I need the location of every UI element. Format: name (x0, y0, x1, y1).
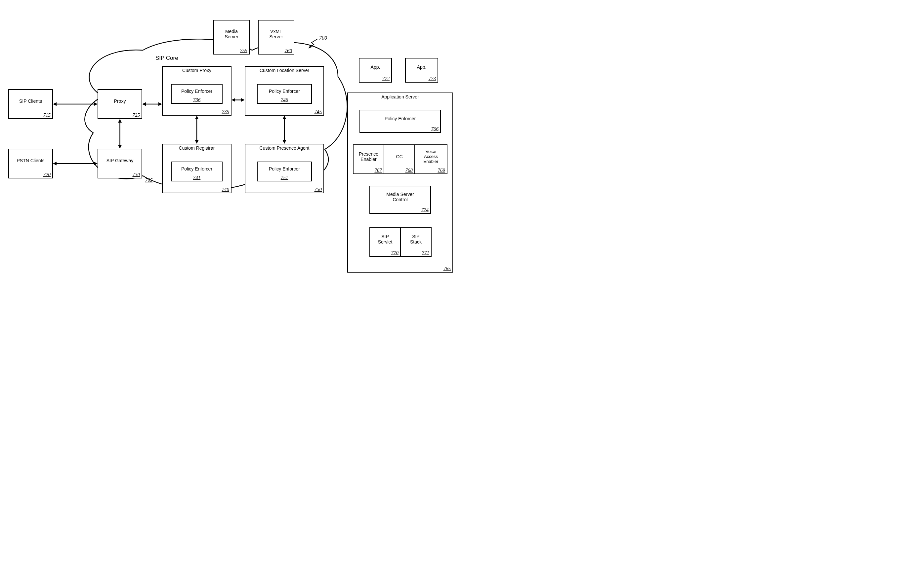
app-pe-ref: 766 (431, 126, 439, 132)
custom-registrar-ref: 740 (222, 186, 230, 192)
media-server-control-label: Media Server Control (386, 191, 414, 202)
arrow-proxy-customproxy (142, 102, 162, 107)
sip-gateway-ref: 730 (133, 172, 140, 177)
custom-location-ref: 745 (315, 109, 322, 114)
voice-access-ref: 769 (438, 167, 446, 173)
sip-servlet-ref: 770 (391, 250, 399, 256)
svg-marker-20 (283, 116, 286, 119)
app-server-ref: 765 (444, 266, 451, 271)
custom-registrar-pe-ref: 741 (172, 175, 222, 180)
proxy-ref: 725 (133, 112, 140, 118)
arrow-customproxy-customlocation (231, 97, 245, 102)
sip-core-ref: 705 (145, 177, 153, 183)
arrow-pstn-gateway (53, 161, 98, 166)
pstn-clients-box: PSTN Clients 720 (8, 149, 53, 178)
media-server-box: Media Server 755 (213, 20, 250, 54)
media-server-ref: 755 (240, 48, 248, 53)
svg-marker-0 (309, 45, 312, 48)
custom-presence-pe-ref: 751 (258, 175, 311, 180)
svg-marker-12 (241, 98, 245, 102)
custom-proxy-box: Custom Proxy 735 Policy Enforcer 736 (162, 66, 231, 116)
custom-presence-box: Custom Presence Agent 750 Policy Enforce… (245, 144, 324, 193)
app-server-label: Application Server (381, 94, 419, 99)
svg-marker-3 (94, 102, 98, 106)
app2-box: App. 773 (405, 58, 438, 82)
sip-servlet-box: SIP Servlet 770 (369, 227, 401, 257)
custom-presence-pe-box: Policy Enforcer 751 (257, 162, 312, 181)
app1-ref: 772 (382, 76, 390, 81)
proxy-box: Proxy 725 (98, 89, 142, 119)
presence-enabler-label: Presence Enabler (359, 151, 378, 162)
custom-presence-pe-label: Policy Enforcer (269, 166, 300, 172)
proxy-label: Proxy (114, 99, 126, 104)
cc-ref: 768 (405, 167, 413, 173)
custom-proxy-pe-ref: 736 (172, 97, 222, 102)
sip-clients-ref: 715 (44, 112, 51, 118)
sip-gateway-box: SIP Gateway 730 (98, 149, 142, 178)
vxml-server-ref: 760 (285, 48, 292, 53)
sip-stack-label: SIP Stack (410, 234, 422, 244)
svg-marker-11 (231, 98, 235, 102)
custom-proxy-ref: 735 (222, 109, 230, 114)
app2-label: App. (417, 64, 427, 70)
media-server-label: Media Server (225, 29, 238, 39)
app-pe-label: Policy Enforcer (385, 116, 416, 121)
app-pe-box: Policy Enforcer 766 (360, 110, 441, 133)
custom-location-pe-box: Policy Enforcer 746 (257, 84, 312, 104)
custom-proxy-label: Custom Proxy (182, 68, 212, 73)
presence-enabler-ref: 767 (375, 167, 382, 173)
arrow-sipclients-proxy (53, 102, 98, 107)
sip-stack-ref: 771 (422, 250, 430, 256)
custom-presence-label: Custom Presence Agent (260, 145, 309, 151)
app1-label: App. (371, 64, 380, 70)
arrow-customproxy-customregistrar (195, 116, 200, 144)
vxml-server-box: VxML Server 760 (258, 20, 294, 54)
svg-marker-2 (53, 102, 57, 106)
svg-marker-8 (142, 102, 146, 106)
svg-marker-15 (118, 145, 122, 149)
app-server-box: Application Server 765 Policy Enforcer 7… (347, 93, 453, 272)
sip-core-label: SIP Core (155, 54, 178, 61)
sip-stack-box: SIP Stack 771 (400, 227, 432, 257)
app2-ref: 773 (429, 76, 436, 81)
pstn-clients-ref: 720 (44, 172, 51, 177)
pstn-clients-label: PSTN Clients (16, 158, 44, 163)
custom-registrar-pe-box: Policy Enforcer 741 (171, 162, 223, 181)
svg-marker-18 (195, 140, 199, 144)
figure-ref: 700 (319, 35, 327, 41)
app1-box: App. 772 (359, 58, 392, 82)
sip-clients-label: SIP Clients (19, 99, 42, 104)
custom-proxy-pe-label: Policy Enforcer (181, 88, 212, 94)
custom-location-label: Custom Location Server (260, 68, 309, 73)
custom-presence-ref: 750 (315, 186, 322, 192)
custom-location-pe-ref: 746 (258, 97, 311, 102)
sip-clients-box: SIP Clients 715 (8, 89, 53, 119)
presence-enabler-box: Presence Enabler 767 (353, 144, 384, 174)
cc-label: CC (396, 154, 402, 159)
svg-marker-6 (94, 162, 98, 166)
custom-registrar-box: Custom Registrar 740 Policy Enforcer 741 (162, 144, 231, 193)
svg-marker-17 (195, 116, 199, 119)
svg-marker-14 (118, 119, 122, 123)
voice-access-label: Voice Access Enabler (424, 150, 438, 164)
sip-gateway-label: SIP Gateway (106, 158, 133, 163)
custom-registrar-pe-label: Policy Enforcer (181, 166, 212, 172)
custom-location-box: Custom Location Server 745 Policy Enforc… (245, 66, 324, 116)
media-server-control-ref: 774 (422, 207, 429, 212)
sip-servlet-label: SIP Servlet (378, 234, 393, 244)
custom-registrar-label: Custom Registrar (179, 145, 215, 151)
svg-marker-21 (283, 140, 286, 144)
arrow-proxy-gateway (117, 119, 122, 149)
svg-marker-5 (53, 162, 57, 166)
custom-location-pe-label: Policy Enforcer (269, 88, 300, 94)
vxml-server-label: VxML Server (269, 29, 283, 39)
arrow-customlocation-custompresence (282, 116, 287, 144)
media-server-control-box: Media Server Control 774 (369, 186, 431, 214)
svg-marker-9 (158, 102, 162, 106)
cc-box: CC 768 (384, 144, 415, 174)
voice-access-box: Voice Access Enabler 769 (414, 144, 447, 174)
custom-proxy-pe-box: Policy Enforcer 736 (171, 84, 223, 104)
